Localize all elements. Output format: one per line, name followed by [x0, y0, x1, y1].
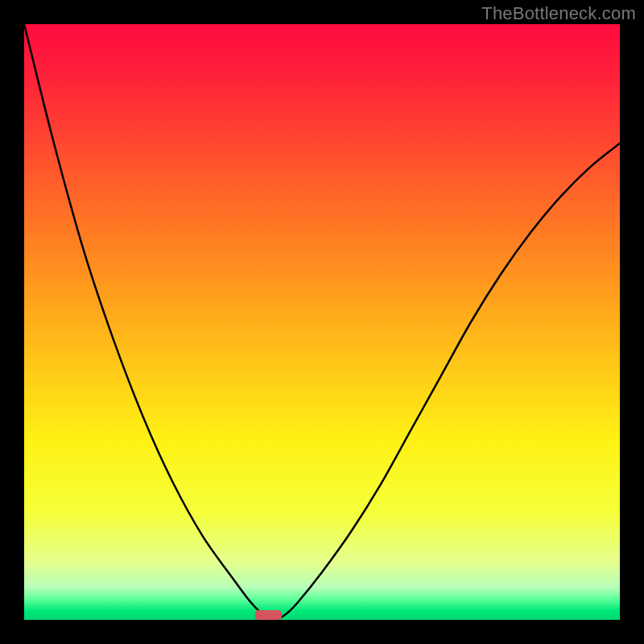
watermark-text: TheBottleneck.com: [481, 3, 636, 24]
optimal-marker: [255, 610, 282, 620]
chart-frame: TheBottleneck.com: [0, 0, 644, 644]
plot-background: [24, 24, 620, 620]
bottleneck-plot: [24, 24, 620, 620]
